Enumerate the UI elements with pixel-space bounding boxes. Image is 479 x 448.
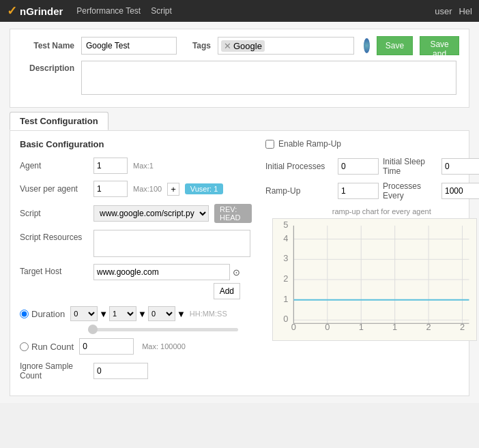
top-form: Test Name Tags ✕ Google Save Save and St…	[10, 29, 469, 108]
svg-text:0: 0	[325, 322, 330, 332]
description-label: Description	[20, 63, 74, 73]
run-count-max: Max: 100000	[142, 342, 186, 350]
target-host-icon: ⊙	[233, 267, 240, 278]
script-resources-row: Script Resources	[20, 230, 252, 257]
hms-label: HH:MM:SS	[190, 310, 227, 318]
script-label: Script	[20, 209, 88, 218]
slider-thumb[interactable]	[88, 325, 98, 334]
agent-label: Agent	[20, 161, 88, 170]
ramp-up-row: Ramp-Up Processes Every MS	[265, 181, 479, 200]
initial-processes-row: Initial Processes Initial Sleep Time MS	[265, 157, 479, 176]
vuser-label: Vuser per agent	[20, 184, 88, 194]
topnav: ✓ nGrinder Performance Test Script user …	[0, 0, 479, 22]
tags-container[interactable]: ✕ Google	[218, 37, 354, 55]
svg-text:0: 0	[283, 314, 288, 324]
slider-container	[20, 328, 252, 331]
test-name-input[interactable]	[81, 37, 177, 55]
user-menu[interactable]: user	[435, 6, 452, 16]
duration-radio[interactable]	[20, 310, 29, 318]
vuser-max: Max:100	[133, 185, 162, 193]
nav-performance-test[interactable]: Performance Test	[76, 6, 141, 16]
config-left: Basic Configuration Agent Max:1 Vuser pe…	[20, 139, 252, 387]
target-host-input-row: ⊙	[93, 264, 240, 280]
duration-s-select[interactable]: 0	[148, 306, 175, 321]
processes-every-label: Processes Every	[383, 181, 437, 200]
initial-processes-label: Initial Processes	[265, 162, 334, 171]
test-name-label: Test Name	[20, 41, 74, 50]
script-resources-label: Script Resources	[20, 233, 88, 242]
tags-label: Tags	[184, 41, 211, 50]
run-count-input[interactable]	[79, 338, 134, 355]
test-name-row: Test Name Tags ✕ Google Save Save and St…	[20, 36, 459, 55]
target-host-add-button[interactable]: Add	[214, 283, 240, 299]
help-link[interactable]: Hel	[459, 6, 472, 16]
ignore-sample-input[interactable]	[93, 363, 148, 379]
run-count-row: Run Count Max: 100000	[20, 338, 252, 355]
svg-text:2: 2	[283, 273, 288, 284]
script-select[interactable]: www.google.com/script.py	[93, 205, 209, 222]
duration-h-select[interactable]: 0	[70, 306, 98, 321]
svg-text:1: 1	[283, 294, 288, 304]
script-row: Script www.google.com/script.py REV: HEA…	[20, 204, 252, 223]
logo-text: nGrinder	[20, 5, 63, 17]
main-content: Test Name Tags ✕ Google Save Save and St…	[0, 22, 479, 403]
vuser-input[interactable]	[93, 181, 128, 197]
tags-add-button[interactable]	[364, 38, 370, 53]
run-count-radio[interactable]	[20, 342, 29, 351]
run-count-radio-label[interactable]: Run Count	[20, 342, 74, 352]
duration-radio-label[interactable]: Duration	[20, 309, 65, 319]
svg-text:0: 0	[291, 322, 296, 332]
initial-processes-input[interactable]	[338, 158, 379, 175]
svg-text:1: 1	[359, 322, 364, 332]
initial-sleep-input[interactable]	[441, 158, 479, 175]
duration-inputs: 0 ▼ 1 ▼ 0 ▼ HH:MM:SS	[70, 306, 227, 321]
ramp-up-input[interactable]	[338, 183, 379, 199]
agent-max: Max:1	[133, 162, 154, 170]
chart-area: 0 1 2 3 4 5 0 0 1 1 2 2	[272, 218, 477, 341]
description-input[interactable]	[81, 61, 456, 95]
chart-svg: 0 1 2 3 4 5 0 0 1 1 2 2	[273, 219, 476, 340]
script-resources-input[interactable]	[93, 230, 250, 257]
ramp-fields: Initial Processes Initial Sleep Time MS …	[265, 157, 479, 200]
enable-ramp-up-checkbox[interactable]	[265, 140, 274, 149]
config-body: Basic Configuration Agent Max:1 Vuser pe…	[20, 139, 459, 387]
target-host-label: Target Host	[20, 267, 88, 276]
ignore-sample-label: Ignore Sample Count	[20, 361, 88, 380]
tab-bar: Test Configuration	[10, 112, 469, 130]
initial-sleep-label: Initial Sleep Time	[383, 157, 437, 176]
config-section: Basic Configuration Agent Max:1 Vuser pe…	[10, 130, 469, 396]
tag-label: Google	[233, 41, 262, 51]
processes-every-input[interactable]	[441, 183, 479, 199]
enable-ramp-up-label: Enable Ramp-Up	[278, 139, 341, 149]
nav-right: user Hel	[435, 6, 472, 16]
logo-icon: ✓	[7, 3, 17, 18]
logo: ✓ nGrinder	[7, 3, 63, 18]
ramp-up-label: Ramp-Up	[265, 186, 334, 196]
save-button[interactable]: Save	[377, 36, 413, 55]
chart-section: ramp-up chart for every agent	[265, 207, 479, 341]
svg-text:3: 3	[283, 253, 288, 263]
rev-badge: REV: HEAD	[214, 204, 252, 223]
save-and-start-button[interactable]: Save and Start	[420, 36, 459, 55]
tag-google: ✕ Google	[221, 40, 265, 52]
svg-text:5: 5	[283, 220, 288, 230]
config-right: Enable Ramp-Up Initial Processes Initial…	[265, 139, 479, 387]
target-host-input[interactable]	[93, 264, 230, 280]
tag-close-icon[interactable]: ✕	[224, 41, 231, 51]
svg-text:1: 1	[392, 322, 397, 332]
tab-test-configuration[interactable]: Test Configuration	[10, 112, 108, 130]
svg-text:4: 4	[283, 233, 288, 243]
nav-script[interactable]: Script	[151, 6, 172, 16]
duration-m-select[interactable]: 1	[109, 306, 136, 321]
vuser-add-button[interactable]: +	[167, 183, 179, 196]
vuser-badge: Vuser: 1	[185, 183, 224, 194]
ignore-sample-row: Ignore Sample Count	[20, 361, 252, 380]
agent-input[interactable]	[93, 158, 128, 174]
target-host-row: Target Host ⊙ Add	[20, 264, 252, 299]
duration-row: Duration 0 ▼ 1 ▼ 0 ▼ HH:MM:SS	[20, 306, 252, 321]
duration-section: Duration 0 ▼ 1 ▼ 0 ▼ HH:MM:SS	[20, 306, 252, 331]
chart-title: ramp-up chart for every agent	[265, 207, 479, 215]
tag-input[interactable]	[267, 41, 308, 50]
slider-track[interactable]	[88, 328, 238, 331]
svg-text:2: 2	[460, 322, 465, 332]
